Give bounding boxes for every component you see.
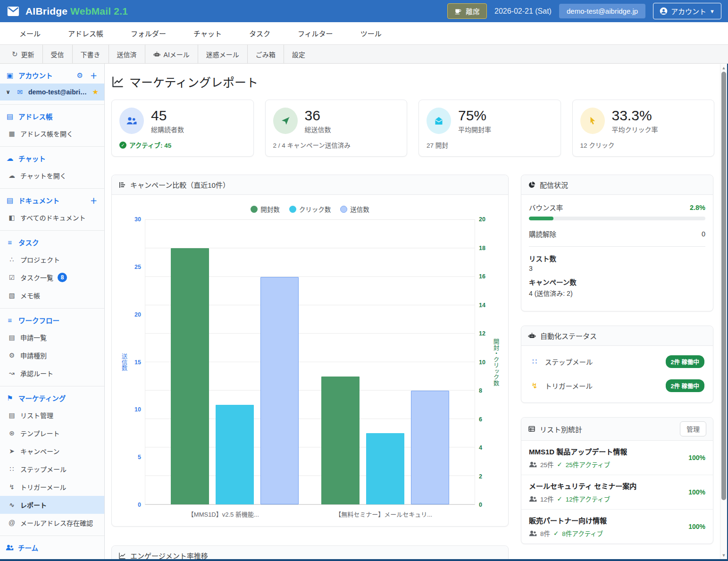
- nav-tasks[interactable]: タスク: [235, 28, 284, 38]
- sidebar-item-request-list[interactable]: ▤ 申請一覧: [0, 328, 104, 346]
- sidebar-item-all-documents[interactable]: ◧ すべてのドキュメント: [0, 209, 104, 226]
- gear-icon[interactable]: ⚙: [75, 71, 84, 80]
- toolbar-settings-label: 設定: [292, 50, 305, 59]
- left-axis-tick: 0: [138, 502, 141, 508]
- left-sidebar: ▣ アカウント ⚙ ＋ ∨ ✉ demo-test@aibri… ★ ▤ アドレ…: [0, 64, 105, 559]
- list-row[interactable]: MMS1D 製品アップデート情報 25件 ✓ 25件アクティブ 100%: [521, 441, 713, 475]
- toolbar-refresh[interactable]: ↻更新: [4, 45, 43, 63]
- right-axis-tick: 12: [479, 330, 485, 337]
- scroll-up-arrow[interactable]: ▲: [720, 64, 727, 72]
- sidebar-item-open-address-book[interactable]: ▦ アドレス帳を開く: [0, 125, 104, 142]
- projects-label: プロジェクト: [20, 255, 60, 264]
- person-circle-icon: [660, 7, 668, 15]
- tasks-title: タスク: [18, 237, 39, 247]
- sidebar-item-campaigns[interactable]: ➤ キャンペーン: [0, 442, 104, 460]
- sidebar-item-account[interactable]: ∨ ✉ demo-test@aibri… ★: [0, 84, 104, 100]
- share-nodes-icon: ∴: [8, 256, 16, 263]
- chevron-down-icon[interactable]: ∨: [5, 89, 11, 95]
- stats-row: 45 総購読者数 ✓ アクティブ: 45: [111, 100, 714, 157]
- header-email-chip[interactable]: demo-test@aibridge.jp: [559, 4, 645, 18]
- chat-bubble-icon: ☁: [8, 172, 16, 179]
- nav-tools[interactable]: ツール: [347, 28, 395, 38]
- sidebar-section-tasks: ≡ タスク ∴ プロジェクト ☑ タスク一覧 8 ▧ メモ帳: [0, 231, 104, 309]
- sidebar-item-trigger-mail[interactable]: ↯ トリガーメール: [0, 478, 104, 496]
- bar-group: [321, 220, 449, 504]
- right-axis-tick: 0: [479, 502, 482, 508]
- sidebar-item-open-chat[interactable]: ☁ チャットを開く: [0, 167, 104, 184]
- sidebar-item-email-verification[interactable]: @ メールアドレス存在確認: [0, 514, 104, 532]
- automation-row-step-mail: ∷ ステップメール 2件 稼働中: [529, 350, 705, 374]
- nav-filters[interactable]: フィルター: [284, 28, 347, 38]
- trigger-mail-label: トリガーメール: [20, 482, 66, 492]
- sidebar-item-reports[interactable]: ∿ レポート: [0, 496, 104, 514]
- right-axis-tick: 16: [479, 273, 485, 280]
- list-management-label: リスト管理: [20, 410, 53, 420]
- toolbar-spam[interactable]: 迷惑メール: [198, 45, 248, 63]
- mail-open-icon: [427, 108, 451, 134]
- toolbar-ai-mail[interactable]: AIメール: [145, 45, 198, 63]
- bar-送信数: [260, 277, 299, 504]
- nav-chat[interactable]: チャット: [180, 28, 235, 38]
- stat-label-click-rate: 平均クリック率: [612, 125, 658, 134]
- toolbar-sent[interactable]: 送信済: [109, 45, 145, 63]
- envelope-icon: ✉: [16, 88, 24, 96]
- toolbar-inbox[interactable]: 受信: [43, 45, 73, 63]
- campaign-count-value: 4 (送信済み: 2): [529, 288, 705, 298]
- documents-title: ドキュメント: [18, 195, 59, 205]
- vertical-scrollbar[interactable]: ▲ ▼: [720, 64, 727, 559]
- sidebar-item-member-management[interactable]: メンバー管理: [0, 556, 104, 559]
- check-icon: ✓: [553, 529, 559, 537]
- sidebar-item-memo[interactable]: ▧ メモ帳: [0, 286, 104, 304]
- nav-address-book[interactable]: アドレス帳: [54, 28, 117, 38]
- legend-item[interactable]: 開封数: [251, 204, 280, 214]
- email-verification-label: メールアドレス存在確認: [20, 518, 93, 528]
- sidebar-section-accounts: ▣ アカウント ⚙ ＋ ∨ ✉ demo-test@aibri… ★: [0, 64, 104, 105]
- top-header-bar: AIBridgeWebMail 2.1 離席 2026-02-21 (Sat) …: [0, 0, 728, 22]
- away-status-button[interactable]: 離席: [447, 3, 487, 19]
- account-menu-button[interactable]: アカウント ▼: [653, 3, 721, 19]
- sidebar-item-approval-route[interactable]: ↝ 承認ルート: [0, 364, 104, 382]
- sidebar-item-task-list[interactable]: ☑ タスク一覧 8: [0, 268, 104, 286]
- legend-label: クリック数: [299, 204, 331, 214]
- toolbar-drafts[interactable]: 下書き: [73, 45, 109, 63]
- add-document-icon[interactable]: ＋: [89, 195, 99, 205]
- sidebar-item-list-management[interactable]: ▤ リスト管理: [0, 406, 104, 424]
- file-icon: ▤: [8, 334, 16, 341]
- manage-button[interactable]: 管理: [680, 421, 706, 436]
- toolbar-settings[interactable]: 設定: [284, 45, 313, 63]
- legend-label: 送信数: [350, 204, 369, 214]
- campaign-comparison-title: キャンペーン比較（直近10件）: [130, 180, 230, 190]
- stat-footer-subscribers: ✓ アクティブ: 45: [119, 140, 246, 150]
- request-list-label: 申請一覧: [20, 333, 47, 342]
- list-row[interactable]: 販売パートナー向け情報 8件 ✓ 8件アクティブ 100%: [521, 509, 713, 544]
- sidebar-item-step-mail[interactable]: ∷ ステップメール: [0, 460, 104, 478]
- chat-title: チャット: [18, 153, 46, 163]
- left-axis-title: 送信数: [119, 219, 129, 505]
- documents-section-header: ▤ ドキュメント ＋: [0, 191, 104, 209]
- nav-mail[interactable]: メール: [6, 28, 54, 38]
- accounts-section-header: ▣ アカウント ⚙ ＋: [0, 66, 104, 84]
- add-account-icon[interactable]: ＋: [89, 70, 99, 80]
- list-count-value: 3: [529, 265, 705, 272]
- scroll-down-arrow[interactable]: ▼: [720, 552, 727, 559]
- toolbar-trash[interactable]: ごみ箱: [248, 45, 284, 63]
- header-date: 2026-02-21 (Sat): [494, 7, 552, 16]
- sidebar-item-templates[interactable]: ⊛ テンプレート: [0, 424, 104, 442]
- checkbox-icon: ☑: [8, 274, 16, 281]
- right-axis-tick: 4: [479, 444, 482, 451]
- nav-folders[interactable]: フォルダー: [117, 28, 180, 38]
- list-icon: ▤: [8, 411, 16, 419]
- star-icon[interactable]: ★: [92, 88, 99, 96]
- workflow-lines-icon: ≡: [6, 316, 14, 324]
- marketing-title: マーケティング: [18, 393, 66, 403]
- sidebar-item-request-types[interactable]: ⚙ 申請種別: [0, 346, 104, 364]
- open-chat-label: チャットを開く: [20, 171, 67, 180]
- legend-item[interactable]: クリック数: [289, 204, 331, 214]
- list-row[interactable]: メールセキュリティ セミナー案内 12件 ✓ 12件アクティブ 100%: [521, 475, 713, 509]
- sidebar-item-projects[interactable]: ∴ プロジェクト: [0, 251, 104, 268]
- legend-item[interactable]: 送信数: [340, 204, 369, 214]
- unsubscribe-label: 購読解除: [529, 229, 556, 239]
- scrollbar-thumb[interactable]: [721, 72, 726, 500]
- stat-footer-click-rate-text: 12 クリック: [580, 140, 615, 150]
- list-rate: 100%: [688, 523, 705, 530]
